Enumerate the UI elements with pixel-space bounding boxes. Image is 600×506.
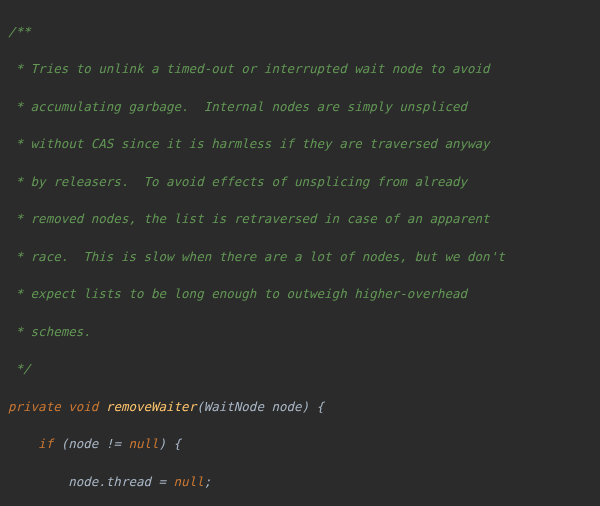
method-signature: private void removeWaiter(WaitNode node)… <box>8 398 600 417</box>
text: node.thread = <box>68 474 173 489</box>
comment-line: * by releasers. To avoid effects of unsp… <box>8 173 600 192</box>
comment-line: * without CAS since it is harmless if th… <box>8 135 600 154</box>
code-block: /** * Tries to unlink a timed-out or int… <box>0 0 600 506</box>
javadoc: * expect lists to be long enough to outw… <box>8 286 467 301</box>
comment-line: * accumulating garbage. Internal nodes a… <box>8 98 600 117</box>
comment-line: /** <box>8 23 600 42</box>
javadoc: * schemes. <box>8 324 91 339</box>
comment-line: * schemes. <box>8 323 600 342</box>
code-line: if (node != null) { <box>8 435 600 454</box>
comment-line: * expect lists to be long enough to outw… <box>8 285 600 304</box>
javadoc: * by releasers. To avoid effects of unsp… <box>8 174 467 189</box>
keyword-private: private <box>8 399 61 414</box>
javadoc: * accumulating garbage. Internal nodes a… <box>8 99 467 114</box>
javadoc: * without CAS since it is harmless if th… <box>8 136 490 151</box>
comment-line: * Tries to unlink a timed-out or interru… <box>8 60 600 79</box>
javadoc: /** <box>8 24 31 39</box>
keyword-null: null <box>128 436 158 451</box>
comment-line: * removed nodes, the list is retraversed… <box>8 210 600 229</box>
text: ; <box>204 474 212 489</box>
javadoc: */ <box>8 361 31 376</box>
javadoc: * removed nodes, the list is retraversed… <box>8 211 490 226</box>
text: ) { <box>159 436 182 451</box>
method-name: removeWaiter <box>106 399 196 414</box>
keyword-if: if <box>38 436 53 451</box>
keyword-null: null <box>174 474 204 489</box>
code-line: node.thread = null; <box>8 473 600 492</box>
param-type: WaitNode <box>204 399 272 414</box>
javadoc: * Tries to unlink a timed-out or interru… <box>8 61 490 76</box>
keyword-void: void <box>68 399 98 414</box>
comment-line: * race. This is slow when there are a lo… <box>8 248 600 267</box>
text: (node != <box>53 436 128 451</box>
javadoc: * race. This is slow when there are a lo… <box>8 249 505 264</box>
param-name: node <box>271 399 301 414</box>
comment-line: */ <box>8 360 600 379</box>
